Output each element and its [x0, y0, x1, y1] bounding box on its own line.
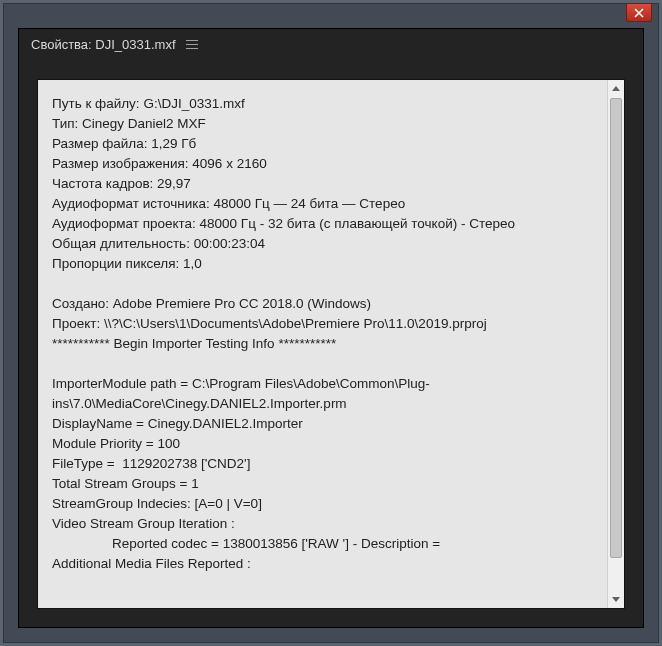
panel-title: Свойства: DJI_0331.mxf [31, 37, 176, 52]
vertical-scrollbar[interactable] [607, 80, 624, 608]
content-area: Путь к файлу: G:\DJI_0331.mxf Тип: Cineg… [37, 79, 625, 609]
outer-window-frame: Свойства: DJI_0331.mxf Путь к файлу: G:\… [3, 3, 659, 643]
scrollbar-thumb[interactable] [610, 98, 622, 558]
scroll-down-arrow-icon[interactable] [608, 591, 624, 608]
properties-panel: Свойства: DJI_0331.mxf Путь к файлу: G:\… [18, 28, 644, 628]
close-button[interactable] [626, 4, 652, 22]
scroll-up-arrow-icon[interactable] [608, 80, 624, 97]
properties-text: Путь к файлу: G:\DJI_0331.mxf Тип: Cineg… [38, 80, 607, 608]
titlebar[interactable]: Свойства: DJI_0331.mxf [19, 29, 643, 59]
close-icon [634, 8, 644, 18]
panel-menu-icon[interactable] [186, 40, 198, 49]
